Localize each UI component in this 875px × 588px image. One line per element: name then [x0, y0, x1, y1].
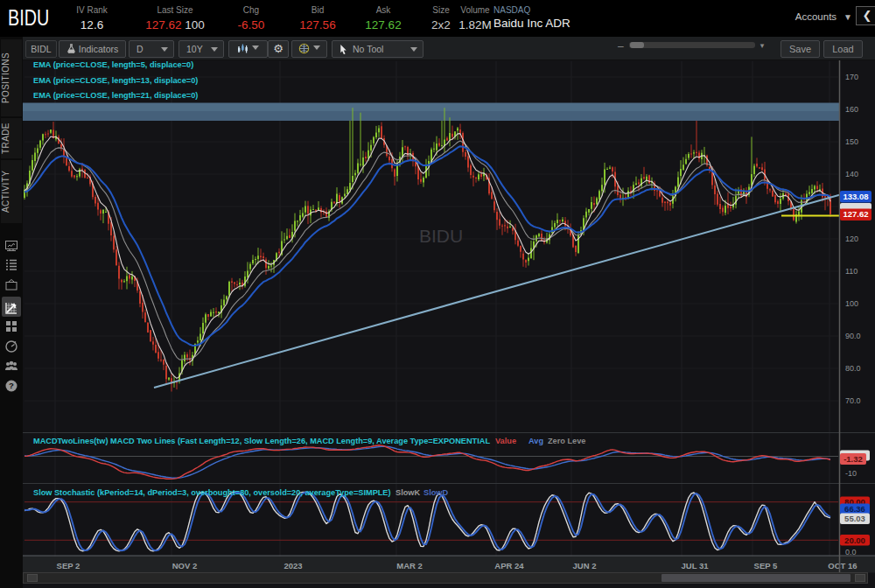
- svg-text:80.0: 80.0: [845, 364, 861, 373]
- svg-text:NOV 2: NOV 2: [172, 561, 198, 570]
- svg-text:EMA (price=CLOSE, length=5, di: EMA (price=CLOSE, length=5, displace=0): [33, 60, 193, 69]
- svg-text:100: 100: [845, 299, 858, 308]
- svg-text:140: 140: [845, 170, 858, 178]
- svg-text:BIDU: BIDU: [419, 226, 463, 246]
- svg-text:MAR 2: MAR 2: [396, 561, 423, 570]
- svg-text:EMA (price=CLOSE, length=21, d: EMA (price=CLOSE, length=21, displace=0): [33, 91, 198, 100]
- svg-text:?: ?: [9, 381, 14, 390]
- svg-text:JUL 31: JUL 31: [682, 561, 710, 570]
- svg-text:SlowK: SlowK: [396, 488, 420, 497]
- svg-text:APR 24: APR 24: [494, 561, 524, 570]
- svg-text:2023: 2023: [284, 561, 302, 570]
- svg-text:120: 120: [845, 234, 858, 243]
- svg-text:EMA (price=CLOSE, length=13, d: EMA (price=CLOSE, length=13, displace=0): [33, 76, 198, 85]
- svg-text:160: 160: [845, 105, 858, 114]
- svg-text:150: 150: [845, 137, 858, 146]
- svg-text:0.0: 0.0: [845, 548, 857, 556]
- svg-text:JUN 2: JUN 2: [573, 561, 597, 570]
- svg-text:170: 170: [845, 73, 858, 81]
- svg-text:-1.32: -1.32: [844, 454, 863, 464]
- svg-text:127.62: 127.62: [843, 209, 868, 219]
- svg-text:66.36: 66.36: [844, 504, 865, 514]
- svg-text:90.0: 90.0: [845, 332, 861, 340]
- svg-text:20.00: 20.00: [844, 536, 865, 545]
- svg-text:Avg: Avg: [528, 437, 543, 445]
- svg-text:SlowD: SlowD: [424, 488, 448, 497]
- svg-text:-10: -10: [845, 469, 857, 478]
- svg-text:110: 110: [845, 267, 858, 276]
- svg-text:70.0: 70.0: [845, 396, 861, 405]
- svg-text:Slow Stochastic (kPeriod=14, d: Slow Stochastic (kPeriod=14, dPeriod=3, …: [33, 488, 391, 497]
- svg-text:SEP 5: SEP 5: [754, 561, 778, 570]
- svg-text:Value: Value: [495, 437, 516, 445]
- svg-text:MACDTwoLines(tw) MACD Two Line: MACDTwoLines(tw) MACD Two Lines (Fast Le…: [33, 437, 490, 445]
- svg-text:OCT 16: OCT 16: [828, 561, 857, 570]
- svg-text:Zero Leve: Zero Leve: [548, 437, 585, 445]
- svg-text:SEP 2: SEP 2: [57, 561, 80, 570]
- svg-text:55.03: 55.03: [844, 514, 865, 523]
- svg-text:133.08: 133.08: [843, 192, 868, 201]
